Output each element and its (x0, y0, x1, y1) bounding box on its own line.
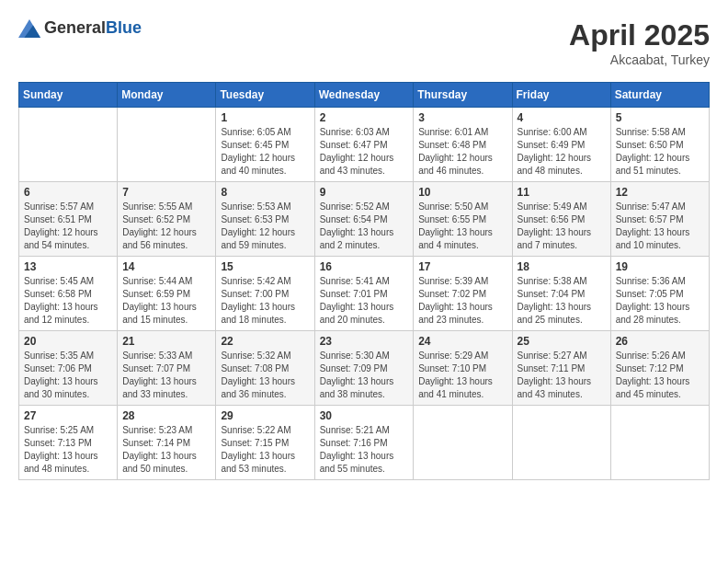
day-number: 23 (320, 335, 409, 348)
day-info: Sunrise: 5:39 AM Sunset: 7:02 PM Dayligh… (418, 275, 506, 327)
week-row-5: 27Sunrise: 5:25 AM Sunset: 7:13 PM Dayli… (19, 406, 710, 480)
day-info: Sunrise: 5:26 AM Sunset: 7:12 PM Dayligh… (616, 350, 704, 401)
day-info: Sunrise: 5:58 AM Sunset: 6:50 PM Dayligh… (616, 126, 704, 178)
calendar-cell (610, 406, 709, 480)
day-number: 8 (221, 186, 309, 199)
day-info: Sunrise: 5:50 AM Sunset: 6:55 PM Dayligh… (418, 201, 506, 252)
day-number: 11 (518, 186, 606, 199)
day-number: 5 (616, 111, 704, 124)
day-number: 19 (616, 260, 704, 273)
day-number: 14 (122, 260, 210, 273)
calendar-cell: 22Sunrise: 5:32 AM Sunset: 7:08 PM Dayli… (216, 331, 314, 406)
day-number: 13 (24, 260, 112, 273)
location-subtitle: Akcaabat, Turkey (569, 52, 710, 67)
logo: GeneralBlue (18, 18, 142, 38)
day-info: Sunrise: 5:29 AM Sunset: 7:10 PM Dayligh… (418, 350, 506, 401)
day-number: 12 (616, 186, 704, 199)
calendar-cell: 8Sunrise: 5:53 AM Sunset: 6:53 PM Daylig… (216, 182, 314, 257)
day-info: Sunrise: 5:23 AM Sunset: 7:14 PM Dayligh… (122, 424, 210, 476)
day-info: Sunrise: 5:45 AM Sunset: 6:58 PM Dayligh… (24, 275, 112, 327)
calendar-cell: 5Sunrise: 5:58 AM Sunset: 6:50 PM Daylig… (610, 108, 709, 182)
calendar-cell: 2Sunrise: 6:03 AM Sunset: 6:47 PM Daylig… (314, 108, 414, 182)
calendar-cell: 25Sunrise: 5:27 AM Sunset: 7:11 PM Dayli… (512, 331, 610, 406)
header-day-thursday: Thursday (414, 83, 512, 108)
day-number: 15 (221, 260, 309, 273)
day-number: 10 (418, 186, 506, 199)
day-number: 21 (122, 335, 210, 348)
calendar-cell: 20Sunrise: 5:35 AM Sunset: 7:06 PM Dayli… (19, 331, 118, 406)
day-info: Sunrise: 5:22 AM Sunset: 7:15 PM Dayligh… (221, 424, 309, 476)
calendar-cell: 29Sunrise: 5:22 AM Sunset: 7:15 PM Dayli… (216, 406, 314, 480)
day-info: Sunrise: 5:35 AM Sunset: 7:06 PM Dayligh… (24, 350, 112, 401)
calendar-cell: 9Sunrise: 5:52 AM Sunset: 6:54 PM Daylig… (314, 182, 414, 257)
calendar-cell: 23Sunrise: 5:30 AM Sunset: 7:09 PM Dayli… (314, 331, 414, 406)
day-number: 3 (418, 111, 506, 124)
day-info: Sunrise: 5:44 AM Sunset: 6:59 PM Dayligh… (122, 275, 210, 327)
day-info: Sunrise: 5:52 AM Sunset: 6:54 PM Dayligh… (320, 201, 409, 252)
week-row-3: 13Sunrise: 5:45 AM Sunset: 6:58 PM Dayli… (19, 257, 710, 331)
header-row: SundayMondayTuesdayWednesdayThursdayFrid… (19, 83, 710, 108)
month-year-title: April 2025 (569, 18, 710, 52)
header-day-saturday: Saturday (610, 83, 709, 108)
calendar-cell: 27Sunrise: 5:25 AM Sunset: 7:13 PM Dayli… (19, 406, 118, 480)
day-number: 24 (418, 335, 506, 348)
day-number: 4 (518, 111, 606, 124)
calendar-cell: 4Sunrise: 6:00 AM Sunset: 6:49 PM Daylig… (512, 108, 610, 182)
day-number: 26 (616, 335, 704, 348)
calendar-cell: 21Sunrise: 5:33 AM Sunset: 7:07 PM Dayli… (118, 331, 216, 406)
day-info: Sunrise: 6:03 AM Sunset: 6:47 PM Dayligh… (320, 126, 409, 178)
day-number: 7 (122, 186, 210, 199)
day-info: Sunrise: 5:36 AM Sunset: 7:05 PM Dayligh… (616, 275, 704, 327)
week-row-2: 6Sunrise: 5:57 AM Sunset: 6:51 PM Daylig… (19, 182, 710, 257)
day-number: 18 (518, 260, 606, 273)
calendar-cell: 30Sunrise: 5:21 AM Sunset: 7:16 PM Dayli… (314, 406, 414, 480)
calendar-cell: 15Sunrise: 5:42 AM Sunset: 7:00 PM Dayli… (216, 257, 314, 331)
calendar-header: SundayMondayTuesdayWednesdayThursdayFrid… (19, 83, 710, 108)
day-info: Sunrise: 6:00 AM Sunset: 6:49 PM Dayligh… (518, 126, 606, 178)
calendar-cell: 17Sunrise: 5:39 AM Sunset: 7:02 PM Dayli… (414, 257, 512, 331)
week-row-1: 1Sunrise: 6:05 AM Sunset: 6:45 PM Daylig… (19, 108, 710, 182)
day-info: Sunrise: 5:32 AM Sunset: 7:08 PM Dayligh… (221, 350, 309, 401)
day-info: Sunrise: 5:55 AM Sunset: 6:52 PM Dayligh… (122, 201, 210, 252)
logo-icon (18, 19, 40, 38)
day-info: Sunrise: 5:25 AM Sunset: 7:13 PM Dayligh… (24, 424, 112, 476)
calendar-body: 1Sunrise: 6:05 AM Sunset: 6:45 PM Daylig… (19, 108, 710, 480)
calendar-cell: 19Sunrise: 5:36 AM Sunset: 7:05 PM Dayli… (610, 257, 709, 331)
day-number: 17 (418, 260, 506, 273)
calendar-cell: 14Sunrise: 5:44 AM Sunset: 6:59 PM Dayli… (118, 257, 216, 331)
calendar-cell (118, 108, 216, 182)
day-number: 27 (24, 409, 112, 422)
day-number: 29 (221, 409, 309, 422)
day-info: Sunrise: 5:42 AM Sunset: 7:00 PM Dayligh… (221, 275, 309, 327)
calendar-cell: 24Sunrise: 5:29 AM Sunset: 7:10 PM Dayli… (414, 331, 512, 406)
header-day-sunday: Sunday (19, 83, 118, 108)
calendar-cell: 11Sunrise: 5:49 AM Sunset: 6:56 PM Dayli… (512, 182, 610, 257)
day-number: 2 (320, 111, 409, 124)
day-info: Sunrise: 5:47 AM Sunset: 6:57 PM Dayligh… (616, 201, 704, 252)
calendar-cell (512, 406, 610, 480)
calendar-cell: 12Sunrise: 5:47 AM Sunset: 6:57 PM Dayli… (610, 182, 709, 257)
calendar-cell: 1Sunrise: 6:05 AM Sunset: 6:45 PM Daylig… (216, 108, 314, 182)
day-info: Sunrise: 5:53 AM Sunset: 6:53 PM Dayligh… (221, 201, 309, 252)
day-info: Sunrise: 5:49 AM Sunset: 6:56 PM Dayligh… (518, 201, 606, 252)
calendar-table: SundayMondayTuesdayWednesdayThursdayFrid… (18, 82, 710, 480)
day-number: 9 (320, 186, 409, 199)
day-number: 1 (221, 111, 309, 124)
calendar-cell (19, 108, 118, 182)
calendar-cell: 3Sunrise: 6:01 AM Sunset: 6:48 PM Daylig… (414, 108, 512, 182)
day-number: 30 (320, 409, 409, 422)
logo-blue-text: Blue (106, 18, 142, 37)
calendar-cell (414, 406, 512, 480)
logo-general-text: General (44, 18, 106, 37)
title-block: April 2025 Akcaabat, Turkey (569, 18, 710, 67)
day-number: 25 (518, 335, 606, 348)
calendar-cell: 28Sunrise: 5:23 AM Sunset: 7:14 PM Dayli… (118, 406, 216, 480)
calendar-cell: 13Sunrise: 5:45 AM Sunset: 6:58 PM Dayli… (19, 257, 118, 331)
week-row-4: 20Sunrise: 5:35 AM Sunset: 7:06 PM Dayli… (19, 331, 710, 406)
day-number: 28 (122, 409, 210, 422)
header-day-wednesday: Wednesday (314, 83, 414, 108)
day-info: Sunrise: 5:41 AM Sunset: 7:01 PM Dayligh… (320, 275, 409, 327)
day-info: Sunrise: 6:05 AM Sunset: 6:45 PM Dayligh… (221, 126, 309, 178)
day-number: 20 (24, 335, 112, 348)
header-day-tuesday: Tuesday (216, 83, 314, 108)
